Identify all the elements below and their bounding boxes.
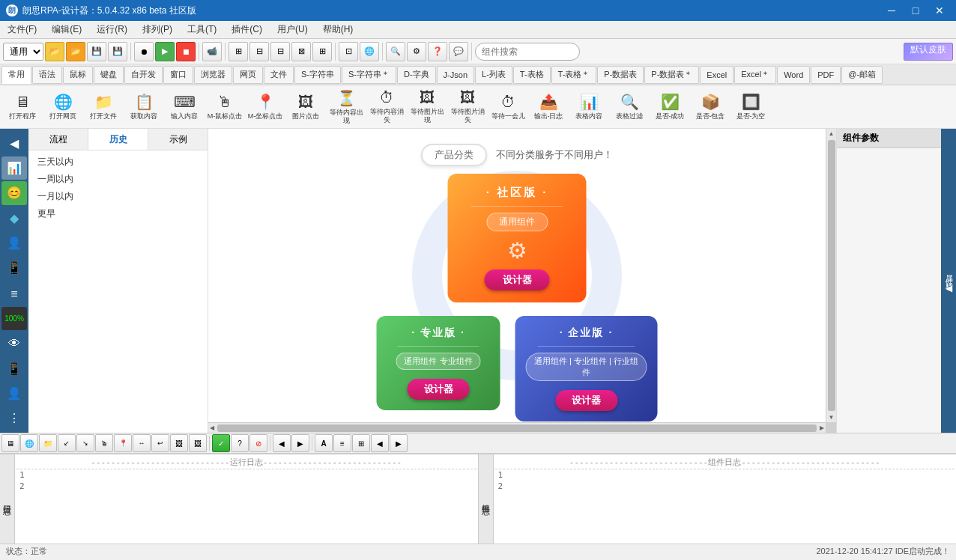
btm-btn-4[interactable]: ↙ (58, 434, 76, 452)
menu-item-工具(T)[interactable]: 工具(T) (180, 22, 224, 37)
hscroll-left[interactable]: ◀ (208, 423, 216, 433)
history-item-earlier[interactable]: 更早 (31, 205, 205, 222)
comp-btn-6[interactable]: 📍M-坐标点击 (246, 88, 285, 127)
btm-btn-2[interactable]: 🌐 (20, 434, 38, 452)
comp-tab-5[interactable]: 窗口 (163, 66, 193, 84)
comp-tab-3[interactable]: 键盘 (94, 66, 124, 84)
comp-btn-18[interactable]: 🔲是否-为空 (731, 88, 770, 127)
comp-btn-12[interactable]: ⏱等待一会儿 (488, 88, 527, 127)
sidebar-tablet-icon[interactable]: 📱 (1, 357, 27, 380)
btm-btn-stop[interactable]: ⊘ (249, 434, 267, 452)
btm-btn-box[interactable]: ⊞ (352, 434, 370, 452)
mode-select[interactable]: 通用 (3, 43, 43, 61)
btm-btn-3[interactable]: 📁 (39, 434, 57, 452)
close-button[interactable]: ✕ (929, 3, 950, 18)
tab-flow[interactable]: 流程 (28, 129, 88, 150)
comp-tab-9[interactable]: S-字符串 (294, 66, 341, 84)
btm-btn-next[interactable]: ▶ (291, 434, 309, 452)
btm-btn-lines[interactable]: ≡ (333, 434, 351, 452)
folder-orange-button[interactable]: 📂 (66, 42, 85, 61)
comp-tab-0[interactable]: 常用 (1, 66, 31, 84)
comp-tab-20[interactable]: Word (777, 66, 810, 84)
sidebar-eye-icon[interactable]: 👁 (1, 332, 27, 355)
sidebar-prev-icon[interactable]: ◀ (1, 132, 27, 155)
comp-btn-14[interactable]: 📊表格内容 (569, 88, 608, 127)
folder-yellow-button[interactable]: 📂 (45, 42, 64, 61)
comp-btn-7[interactable]: 🖼图片点击 (286, 88, 325, 127)
comp-tab-14[interactable]: T-表格 (513, 66, 551, 84)
props-expand-icon[interactable]: ◀ (946, 283, 952, 293)
btm-btn-question[interactable]: ? (231, 434, 249, 452)
menu-item-排列(P)[interactable]: 排列(P) (135, 22, 180, 37)
comp-btn-11[interactable]: 🖼等待图片消失 (448, 88, 487, 127)
capture-button[interactable]: ⊡ (339, 42, 358, 61)
comp-tab-17[interactable]: P-数据表＊ (644, 66, 699, 84)
btm-btn-7[interactable]: 📍 (114, 434, 132, 452)
zoom-button[interactable]: 🔍 (386, 42, 405, 61)
history-item-3days[interactable]: 三天以内 (31, 153, 205, 171)
vscroll-thumb[interactable] (828, 140, 835, 411)
space-v-button[interactable]: ⊞ (312, 42, 332, 61)
canvas-hscroll[interactable]: ◀ ▶ (208, 422, 826, 433)
comp-tab-15[interactable]: T-表格＊ (551, 66, 597, 84)
comp-btn-10[interactable]: 🖼等待图片出现 (408, 88, 447, 127)
comp-tab-22[interactable]: @-邮箱 (841, 66, 883, 84)
btm-btn-check[interactable]: ✓ (212, 434, 230, 452)
btm-btn-6[interactable]: 🖱 (95, 434, 113, 452)
comp-tab-1[interactable]: 语法 (32, 66, 62, 84)
sidebar-diamond-icon[interactable]: ◆ (1, 207, 27, 230)
maximize-button[interactable]: □ (905, 3, 926, 18)
chat-button[interactable]: 💬 (449, 42, 468, 61)
comp-btn-8[interactable]: ⏳等待内容出现 (327, 88, 366, 127)
menu-item-编辑(E)[interactable]: 编辑(E) (44, 22, 89, 37)
btm-btn-9[interactable]: ↩ (151, 434, 169, 452)
run-button[interactable]: ▶ (155, 42, 175, 61)
canvas-vscroll[interactable]: ▲ ▼ (826, 129, 836, 422)
sidebar-smiley-icon[interactable]: 😊 (1, 181, 27, 204)
community-designer-button[interactable]: 设计器 (485, 270, 550, 290)
hscroll-right[interactable]: ▶ (818, 423, 826, 433)
history-item-1week[interactable]: 一周以内 (31, 171, 205, 188)
record-button[interactable]: ⏺ (134, 42, 154, 61)
btm-btn-prev[interactable]: ◀ (273, 434, 291, 452)
btm-btn-right[interactable]: ▶ (390, 434, 408, 452)
search-input[interactable] (475, 43, 580, 61)
btm-btn-left[interactable]: ◀ (371, 434, 389, 452)
comp-tab-8[interactable]: 文件 (264, 66, 294, 84)
comp-btn-17[interactable]: 📦是否-包含 (691, 88, 730, 127)
comp-btn-16[interactable]: ✅是否-成功 (650, 88, 689, 127)
comp-tab-18[interactable]: Excel (700, 66, 733, 84)
sidebar-device-icon[interactable]: 📱 (1, 256, 27, 279)
btm-btn-10[interactable]: 🖼 (170, 434, 188, 452)
minimize-button[interactable]: ─ (881, 3, 902, 18)
stop-button[interactable]: ⏹ (176, 42, 196, 61)
btm-btn-11[interactable]: 🖼 (189, 434, 207, 452)
comp-btn-13[interactable]: 📤输出-日志 (529, 88, 568, 127)
comp-tab-11[interactable]: D-字典 (397, 66, 436, 84)
grid-button[interactable]: ⊞ (229, 42, 248, 61)
align-v-button[interactable]: ⊟ (270, 42, 290, 61)
comp-btn-2[interactable]: 📁打开文件 (84, 88, 123, 127)
web-button[interactable]: 🌐 (360, 42, 379, 61)
menu-item-用户(U)[interactable]: 用户(U) (270, 22, 315, 37)
comp-tab-21[interactable]: PDF (811, 66, 841, 84)
align-h-button[interactable]: ⊟ (249, 42, 269, 61)
hscroll-thumb[interactable] (217, 424, 817, 432)
comp-tab-4[interactable]: 自开发 (124, 66, 163, 84)
sidebar-user2-icon[interactable]: 👤 (1, 382, 27, 405)
comp-tab-16[interactable]: P-数据表 (597, 66, 644, 84)
comp-tab-2[interactable]: 鼠标 (63, 66, 93, 84)
space-h-button[interactable]: ⊠ (291, 42, 311, 61)
props-panel[interactable]: 属 性 栏 ◀ (941, 129, 956, 433)
enterprise-designer-button[interactable]: 设计器 (555, 390, 617, 411)
btm-btn-8[interactable]: ↔ (133, 434, 151, 452)
comp-tab-7[interactable]: 网页 (233, 66, 263, 84)
comp-btn-1[interactable]: 🌐打开网页 (43, 88, 82, 127)
comp-btn-9[interactable]: ⏱等待内容消失 (367, 88, 406, 127)
comp-tab-12[interactable]: J-Json (437, 66, 474, 84)
comp-btn-3[interactable]: 📋获取内容 (124, 88, 163, 127)
tab-example[interactable]: 示例 (148, 129, 208, 150)
btm-btn-1[interactable]: 🖥 (1, 434, 19, 452)
skin-button[interactable]: 默认皮肤 (904, 43, 953, 61)
sidebar-user-icon[interactable]: 👤 (1, 231, 27, 255)
